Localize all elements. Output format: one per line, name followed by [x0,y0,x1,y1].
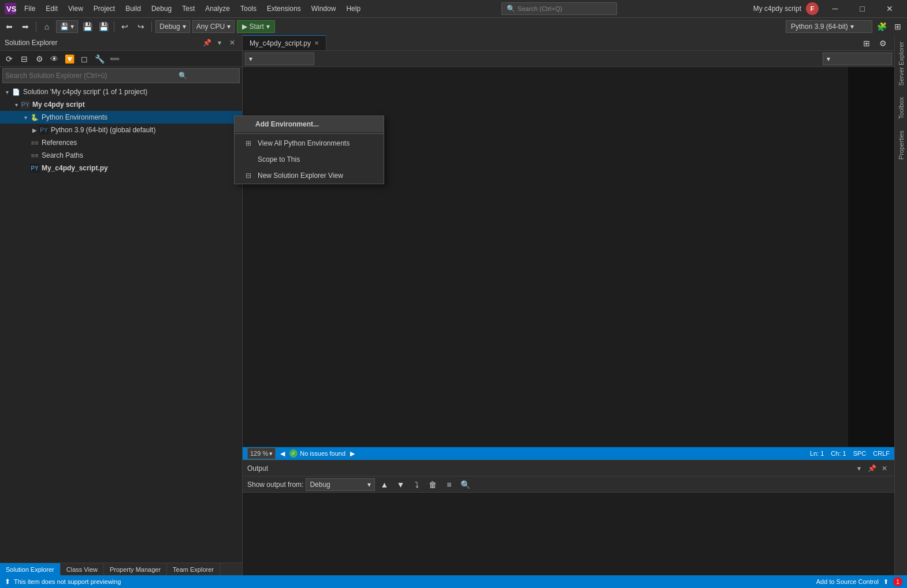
editor-nav-right[interactable]: ▾ [823,53,892,65]
debug-config-dropdown[interactable]: Debug ▾ [155,20,189,33]
user-avatar[interactable]: F [806,2,819,15]
save-dropdown[interactable]: 💾 ▾ [56,20,78,33]
output-pin-btn[interactable]: 📌 [867,463,877,474]
se-close-btn[interactable]: ✕ [227,38,237,48]
tree-item-project[interactable]: ▾ PY My c4pdy script [0,98,242,111]
platform-dropdown[interactable]: Any CPU ▾ [192,20,235,33]
menu-edit[interactable]: Edit [41,3,62,14]
editor-nav-left[interactable]: ▾ [245,53,314,65]
tree-item-solution[interactable]: ▾ 📄 Solution 'My c4pdy script' (1 of 1 p… [0,85,242,98]
undo-btn[interactable]: ↩ [118,20,132,34]
global-search-box[interactable]: 🔍 Search (Ctrl+Q) [501,2,617,15]
editor-settings-btn[interactable]: ⚙ [876,36,890,50]
output-scroll-up-btn[interactable]: ▲ [377,478,391,492]
close-button[interactable]: ✕ [876,0,902,17]
solution-explorer-panel: Solution Explorer 📌 ▾ ✕ ⟳ ⊟ ⚙ 👁 🔽 ◻ 🔧 ➖ … [0,35,243,575]
sidebar-tab-toolbox[interactable]: Toolbox [896,92,906,124]
se-settings-btn[interactable]: 🔧 [92,52,106,66]
tree-item-python-envs[interactable]: ▾ 🐍 Python Environments [0,111,242,124]
se-tab-solution-explorer[interactable]: Solution Explorer [0,563,61,575]
status-right: Ln: 1 Ch: 1 SPC CRLF [810,450,890,457]
context-menu-scope[interactable]: Scope to This [235,151,384,168]
menu-tools[interactable]: Tools [236,3,261,14]
output-word-wrap-btn[interactable]: ≡ [442,478,456,492]
menu-analyze[interactable]: Analyze [200,3,235,14]
se-tab-class-view[interactable]: Class View [61,563,104,575]
expand-python-envs[interactable]: ▾ [21,113,30,122]
se-search-box[interactable]: 🔍 [2,68,240,83]
output-close-btn[interactable]: ✕ [879,463,890,474]
scroll-left-btn[interactable]: ◀ [280,450,285,457]
se-tab-team-explorer[interactable]: Team Explorer [167,563,220,575]
python-env-dropdown[interactable]: Python 3.9 (64-bit) ▾ [786,20,872,33]
zoom-value: 129 % [250,450,268,457]
se-filter-btn[interactable]: 🔽 [62,52,76,66]
tab-close-btn[interactable]: ✕ [314,40,319,46]
se-menu-btn[interactable]: ▾ [214,38,225,48]
menu-project[interactable]: Project [89,3,120,14]
minimize-button[interactable]: ─ [822,0,848,17]
menu-help[interactable]: Help [341,3,365,14]
context-menu: Add Environment... ⊞ View All Python Env… [234,116,384,184]
start-label: ▶ Start [242,23,264,31]
save-btn[interactable]: 💾 [80,20,94,34]
expand-script[interactable] [21,163,30,173]
save-all-btn[interactable]: 💾 [96,20,110,34]
tree-item-script[interactable]: PY My_c4pdy_script.py [0,162,242,174]
menu-build[interactable]: Build [121,3,146,14]
se-preview-btn[interactable]: ◻ [77,52,91,66]
menu-view[interactable]: View [64,3,88,14]
expand-refs[interactable] [21,138,30,147]
expand-search-paths[interactable] [21,151,30,160]
tree-item-python39[interactable]: ▶ PY Python 3.9 (64-bit) (global default… [0,124,242,136]
layout-btn[interactable]: ⊞ [891,20,905,34]
menu-debug[interactable]: Debug [147,3,176,14]
menu-file[interactable]: File [20,3,40,14]
add-source-control[interactable]: Add to Source Control [816,578,879,585]
home-btn[interactable]: ⌂ [40,20,54,34]
extensions-btn[interactable]: 🧩 [875,20,889,34]
redo-btn[interactable]: ↪ [134,20,148,34]
context-menu-view-all[interactable]: ⊞ View All Python Environments [235,135,384,151]
output-header: Output ▾ 📌 ✕ [243,460,894,477]
sidebar-tab-properties[interactable]: Properties [896,126,906,164]
expand-python39[interactable]: ▶ [30,125,39,135]
context-menu-add-env[interactable]: Add Environment... [235,116,384,132]
se-collapse-btn[interactable]: ⊟ [17,52,31,66]
output-clear-btn[interactable]: 🗑 [426,478,440,492]
add-env-icon [241,120,251,129]
expand-solution[interactable]: ▾ [2,87,12,96]
maximize-button[interactable]: □ [849,0,875,17]
sidebar-tab-server-explorer[interactable]: Server Explorer [896,37,906,90]
back-btn[interactable]: ⬅ [2,20,16,34]
se-search-input[interactable] [5,72,179,80]
expand-project[interactable]: ▾ [12,100,21,109]
se-properties-btn[interactable]: ⚙ [32,52,46,66]
se-pin-btn[interactable]: 📌 [202,38,212,48]
editor-scrollbar[interactable] [841,67,848,447]
tree-item-references[interactable]: ≡≡ References [0,136,242,149]
menu-test[interactable]: Test [177,3,199,14]
start-button[interactable]: ▶ Start ▾ [237,20,275,33]
editor-split-btn[interactable]: ⊞ [860,36,873,50]
zoom-dropdown[interactable]: 129 % ▾ [247,448,276,459]
solution-label: Solution 'My c4pdy script' (1 of 1 proje… [23,88,147,96]
se-sync-btn[interactable]: ⟳ [2,52,16,66]
editor-tab-script[interactable]: My_c4pdy_script.py ✕ [243,35,326,50]
context-menu-new-solution[interactable]: ⊟ New Solution Explorer View [235,168,384,184]
menu-window[interactable]: Window [307,3,341,14]
output-find-btn[interactable]: 🔍 [458,478,472,492]
se-minus-btn[interactable]: ➖ [107,52,121,66]
tree-item-search-paths[interactable]: ≡≡ Search Paths [0,149,242,162]
menu-extensions[interactable]: Extensions [262,3,306,14]
se-tab-property-manager[interactable]: Property Manager [104,563,167,575]
warning-icon[interactable]: 1 [893,577,902,586]
output-dropdown-btn[interactable]: ▾ [854,463,864,474]
zoom-arrow: ▾ [269,450,273,457]
output-scroll-end-btn[interactable]: ⤵ [410,478,423,492]
output-scroll-down-btn[interactable]: ▼ [393,478,407,492]
output-source-dropdown[interactable]: Debug ▾ [306,478,375,491]
se-show-all-btn[interactable]: 👁 [47,52,61,66]
scroll-right-btn[interactable]: ▶ [350,450,355,457]
forward-btn[interactable]: ➡ [18,20,32,34]
